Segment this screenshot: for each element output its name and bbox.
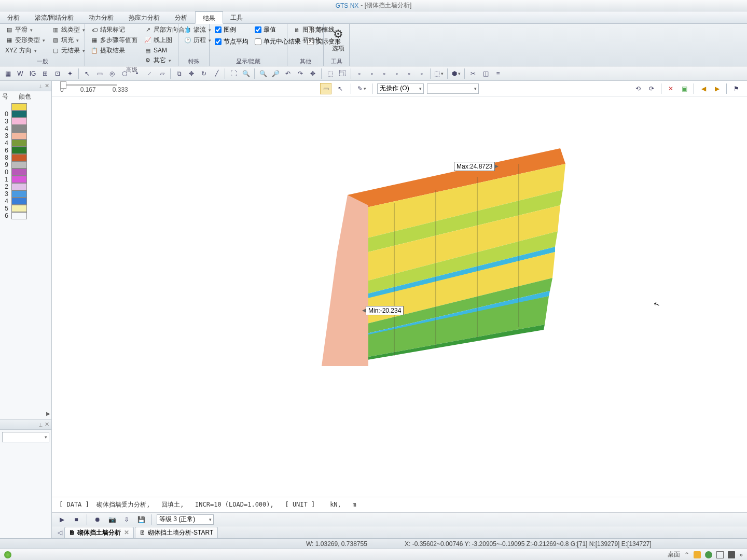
tool-node-icon[interactable]: •	[131, 68, 143, 79]
tab-1[interactable]: 渗流/固结分析	[27, 11, 81, 23]
tab-scroll-left-icon[interactable]: ◁	[56, 527, 63, 538]
tool-grid-icon[interactable]: ▦	[2, 68, 13, 79]
tool-dup-icon[interactable]: ⧉	[173, 68, 185, 79]
pin-icon[interactable]: ⟂	[39, 83, 43, 89]
layer-icon[interactable]: ≡	[492, 68, 504, 79]
view-cube-icon[interactable]: ⬚	[433, 68, 445, 79]
view-left-icon[interactable]: ▫	[379, 68, 390, 79]
rec-icon[interactable]: ⏺	[92, 514, 103, 525]
tray-more-icon[interactable]: »	[739, 551, 743, 558]
tab-6[interactable]: 工具	[223, 11, 251, 23]
view-axes-icon[interactable]: ⿹	[337, 68, 348, 79]
tool-line-icon[interactable]: ╱	[211, 68, 222, 79]
legend-row[interactable]	[2, 103, 49, 110]
select-mode-icon[interactable]: ▭	[320, 83, 331, 94]
extract-button[interactable]: 📋提取结果	[88, 46, 140, 55]
hide-icon[interactable]: ▣	[679, 83, 690, 94]
tray-vol-icon[interactable]	[728, 551, 735, 558]
options-button[interactable]: ⚙选项	[327, 25, 350, 57]
pointer-icon[interactable]: ↖	[335, 83, 346, 94]
view-back-icon[interactable]: ▫	[366, 68, 378, 79]
clip-icon[interactable]: ✂	[467, 68, 479, 79]
app-icon[interactable]	[4, 551, 11, 558]
tool-lasso-icon[interactable]: ◎	[106, 68, 118, 79]
tray-monitor-icon[interactable]	[716, 551, 724, 558]
result-mark-button[interactable]: 🏷结果标记	[88, 25, 140, 35]
tool-w-icon[interactable]: W	[15, 68, 26, 79]
legend-row[interactable]: 4	[2, 125, 49, 132]
model-canvas[interactable]: Max:24.8723 Min:-20.234 ↖	[52, 96, 747, 497]
view-front-icon[interactable]: ▫	[354, 68, 365, 79]
fill-button[interactable]: ▧填充	[49, 35, 87, 45]
tray-up-icon[interactable]: ⌃	[684, 551, 689, 558]
zoom-fit-icon[interactable]: ⛶	[228, 68, 239, 79]
zoom-in-icon[interactable]: 🔍	[257, 68, 269, 79]
back-icon[interactable]: ◀	[698, 83, 709, 94]
tool-mesh-icon[interactable]: ⊞	[39, 68, 51, 79]
tool-face-icon[interactable]: ▱	[156, 68, 168, 79]
rotate-left-icon[interactable]: ↶	[282, 68, 294, 79]
quality-combo[interactable]: 等级 3 (正常)	[157, 514, 214, 525]
line-type-button[interactable]: ▥线类型	[49, 25, 87, 35]
close-tab-icon[interactable]: ✕	[124, 529, 129, 536]
tool-rot-icon[interactable]: ↻	[198, 68, 210, 79]
close2-icon[interactable]: ✕	[45, 421, 49, 428]
export-icon[interactable]: ⇩	[121, 514, 132, 525]
render-mode-icon[interactable]: ⬢	[450, 68, 462, 79]
view-right-icon[interactable]: ▫	[391, 68, 403, 79]
target-combo[interactable]	[427, 83, 479, 94]
legend-row[interactable]: 0	[2, 169, 49, 176]
tab-3[interactable]: 热应力分析	[121, 11, 168, 23]
multistep-button[interactable]: ▦多步骤等值面	[88, 35, 140, 45]
tool-grid2-icon[interactable]: ⊡	[52, 68, 63, 79]
legend-row[interactable]: 1	[2, 176, 49, 183]
legend-row[interactable]: 8	[2, 154, 49, 161]
legend-row[interactable]: 0	[2, 110, 49, 118]
legend-row[interactable]: 6	[2, 147, 49, 154]
seepage-button[interactable]: 💧渗流	[182, 25, 213, 35]
legend-row[interactable]: 2	[2, 183, 49, 190]
doctab-1[interactable]: 🗎砌体挡土墙分析-START	[135, 527, 218, 538]
tool-select-icon[interactable]: ▭	[94, 68, 105, 79]
legend-row[interactable]: 3	[2, 132, 49, 139]
deform-type-button[interactable]: ▦变形类型	[3, 35, 47, 45]
legend-row[interactable]: 3	[2, 190, 49, 198]
show-icon[interactable]: ✕	[665, 83, 676, 94]
doctab-0[interactable]: 🗎砌体挡土墙分析✕	[64, 527, 134, 538]
marker-icon[interactable]: ✎	[356, 83, 367, 94]
tab-2[interactable]: 动力分析	[81, 11, 121, 23]
view-bottom-icon[interactable]: ▫	[416, 68, 427, 79]
zoom-out-icon[interactable]: 🔎	[270, 68, 281, 79]
smooth-button[interactable]: ▤平滑	[3, 25, 47, 35]
pan-icon[interactable]: ✥	[307, 68, 319, 79]
tool-edge-icon[interactable]: ⟋	[144, 68, 155, 79]
tool-star-icon[interactable]: ✦	[64, 68, 76, 79]
rotate-right-icon[interactable]: ↷	[295, 68, 306, 79]
fwd-icon[interactable]: ▶	[711, 83, 723, 94]
tab-0[interactable]: 分析	[0, 11, 27, 23]
legend-row[interactable]: 4	[2, 139, 49, 147]
snap-icon[interactable]: 📷	[106, 514, 118, 525]
scroll-right-icon[interactable]: ▶	[46, 411, 50, 419]
legend-row[interactable]: 6	[2, 212, 49, 219]
operation-combo[interactable]: 无操作 (O)	[377, 83, 424, 94]
view-top-icon[interactable]: ▫	[404, 68, 415, 79]
flag-icon[interactable]: ⚑	[730, 83, 742, 94]
tool-cursor-icon[interactable]: ↖	[81, 68, 93, 79]
close-panel-icon[interactable]: ✕	[45, 82, 49, 89]
zoom-icon[interactable]: 🔍	[240, 68, 252, 79]
pin2-icon[interactable]: ⟂	[39, 422, 43, 428]
legend-row[interactable]: 3	[2, 118, 49, 125]
save-anim-icon[interactable]: 💾	[135, 514, 147, 525]
legend-row[interactable]: 9	[2, 161, 49, 169]
history-button[interactable]: 🕑历程	[182, 35, 213, 45]
tab-4[interactable]: 分析	[168, 11, 195, 23]
redo-sel-icon[interactable]: ⟳	[646, 83, 657, 94]
tool-move-icon[interactable]: ✥	[186, 68, 197, 79]
view-iso-icon[interactable]: ⬚	[324, 68, 336, 79]
play-icon[interactable]: ▶	[56, 514, 67, 525]
chk-0[interactable]: 图例	[213, 25, 251, 35]
lower-combo[interactable]	[2, 432, 49, 442]
section-icon[interactable]: ◫	[480, 68, 491, 79]
tab-5[interactable]: 结果	[195, 11, 223, 24]
